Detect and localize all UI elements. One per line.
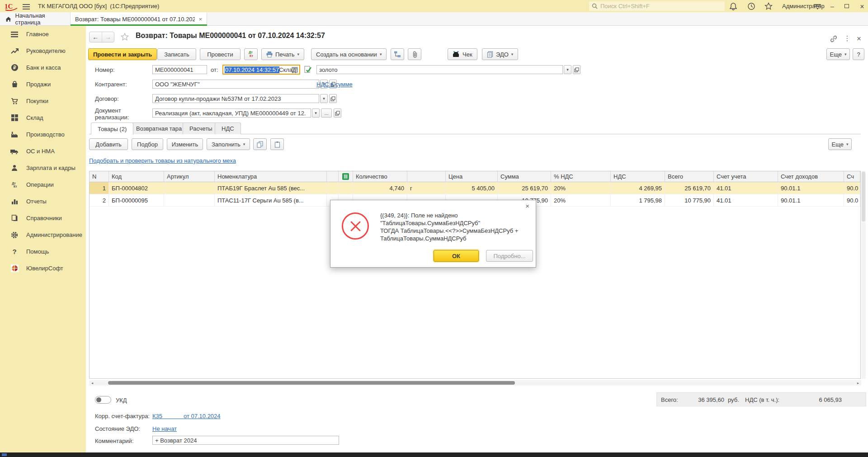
contract-field[interactable]: Договор купли-продажи №537М от 17.02.202…	[152, 94, 319, 103]
sidebar-item-jewelsoft[interactable]: ЮвелирСофт	[0, 260, 86, 277]
main-sections-icon	[10, 30, 19, 38]
table-more-button[interactable]: Еще▾	[828, 138, 852, 150]
warehouse-open-button[interactable]	[573, 65, 580, 74]
counterparty-field[interactable]: ООО "ЖЕМЧУГ"	[152, 80, 319, 89]
sidebar-item-production[interactable]: Производство	[0, 126, 86, 143]
realization-doc-label: Документ реализации:	[95, 107, 129, 121]
fill-button[interactable]: Заполнить▾	[207, 138, 250, 150]
post-and-close-button[interactable]: Провести и закрыть	[88, 48, 157, 60]
notifications-bell-icon[interactable]	[729, 2, 738, 11]
edo-documents-icon	[487, 51, 493, 58]
global-search-input[interactable]: Поиск Ctrl+Shift+F	[589, 1, 725, 11]
realization-dropdown-button[interactable]: ▾	[312, 108, 320, 118]
get-link-icon[interactable]	[829, 34, 838, 43]
add-row-button[interactable]: Добавить	[89, 138, 128, 150]
hscroll-thumb[interactable]	[108, 381, 515, 385]
sidebar-item-salary-hr[interactable]: Зарплата и кадры	[0, 160, 86, 176]
tab-goods[interactable]: Товары (2)	[91, 122, 133, 135]
main-menu-icon[interactable]	[23, 3, 30, 9]
form-close-icon[interactable]: ×	[854, 34, 863, 43]
number-field[interactable]: МЕ000000041	[152, 65, 207, 74]
comment-field[interactable]: + Возврат 2024	[152, 436, 339, 445]
vat-total-value: 6 065,93	[809, 396, 842, 403]
help-button[interactable]: ?	[853, 48, 864, 60]
realization-open-button[interactable]	[334, 108, 341, 118]
corr-invoice-link[interactable]: К35 от 07.10.2024	[152, 413, 221, 419]
table-row[interactable]: 1 БП-00004802 ПТАБ19Г Браслет Au 585 (ве…	[90, 182, 860, 194]
write-button[interactable]: Записать	[157, 48, 196, 60]
warehouse-field[interactable]: золото	[316, 65, 563, 74]
tab-returnable-packaging[interactable]: Возвратная тара	[129, 122, 189, 134]
sidebar-item-operations[interactable]: Дт КтОперации	[0, 176, 86, 193]
tab-document[interactable]: Возврат: Товары МЕ000000041 от 07.10.202…	[71, 12, 207, 26]
vat-in-sum-link[interactable]: НДС в сумме	[316, 81, 353, 88]
tab-home[interactable]: Начальная страница	[0, 12, 71, 26]
dialog-ok-button[interactable]: ОК	[434, 250, 479, 262]
favorites-star-icon[interactable]	[764, 2, 773, 11]
table-vertical-scrollbar[interactable]	[861, 171, 866, 379]
tab-settlements[interactable]: Расчеты	[183, 122, 219, 134]
create-based-on-button[interactable]: Создать на основании▾	[311, 48, 387, 60]
edo-button[interactable]: ЭДО▾	[482, 48, 518, 60]
sidebar-item-references[interactable]: Справочники	[0, 210, 86, 226]
sidebar-item-os-nma[interactable]: ОС и НМА	[0, 143, 86, 160]
history-nav-group: ← →	[89, 32, 114, 42]
ukd-toggle[interactable]	[95, 396, 111, 404]
add-to-favorites-star-icon[interactable]	[120, 33, 129, 42]
minimize-button[interactable]: –	[828, 3, 836, 10]
table-header-row[interactable]: N Код Артикул Номенклатура Количество Це…	[90, 171, 860, 182]
print-button[interactable]: Печать▾	[261, 48, 304, 60]
set-current-date-button[interactable]	[304, 66, 312, 74]
warehouse-dropdown-button[interactable]: ▾	[564, 65, 571, 74]
tab-vat[interactable]: НДС	[215, 122, 241, 134]
related-documents-button[interactable]	[391, 48, 404, 60]
fur-goods-link[interactable]: Подобрать и проверить товары из натураль…	[89, 157, 236, 164]
sidebar-item-warehouse[interactable]: Склад	[0, 109, 86, 126]
scroll-left-icon[interactable]: ◂	[89, 381, 95, 385]
chevron-down-icon: ▾	[297, 52, 300, 57]
person-icon	[10, 164, 19, 172]
sidebar-item-bank-cash[interactable]: ₽Банк и касса	[0, 59, 86, 76]
edo-state-link[interactable]: Не начат	[152, 425, 177, 432]
trend-chart-icon	[10, 47, 19, 55]
receipt-button[interactable]: Чек	[448, 48, 477, 60]
vscroll-thumb[interactable]	[862, 172, 865, 221]
contract-open-button[interactable]	[329, 94, 337, 103]
toolbar-more-button[interactable]: Еще▾	[826, 48, 850, 60]
nav-forward-button[interactable]: →	[102, 32, 114, 42]
contract-dropdown-button[interactable]: ▾	[320, 94, 328, 103]
table-horizontal-scrollbar[interactable]: ◂ ▸	[89, 380, 861, 386]
dialog-close-icon[interactable]: ×	[525, 202, 529, 210]
history-icon[interactable]	[747, 2, 756, 11]
window-close-button[interactable]: ×	[858, 3, 866, 11]
debit-credit-button[interactable]: Дт Кт	[244, 48, 258, 60]
post-button[interactable]: Провести	[200, 48, 241, 60]
copy-rows-button[interactable]	[253, 138, 267, 150]
marking-icon	[342, 173, 349, 180]
tab-close-icon[interactable]: ×	[198, 16, 202, 23]
maximize-button[interactable]	[844, 4, 849, 8]
sidebar-item-help[interactable]: ?Помощь	[0, 243, 86, 260]
pick-button[interactable]: Подбор	[132, 138, 163, 150]
svg-text:1С: 1С	[5, 3, 13, 10]
dialog-details-button[interactable]: Подробно...	[486, 250, 533, 262]
paste-rows-button[interactable]	[270, 138, 284, 150]
realization-doc-field[interactable]: Реализация (акт, накладная, УПД) МЕ00000…	[152, 108, 311, 118]
edit-button[interactable]: Изменить	[167, 138, 203, 150]
scroll-right-icon[interactable]: ▸	[855, 381, 861, 385]
sidebar-item-main[interactable]: Главное	[0, 26, 86, 42]
realization-select-button[interactable]: ...	[321, 108, 332, 118]
nav-back-button[interactable]: ←	[90, 32, 102, 42]
sidebar-item-reports[interactable]: Отчеты	[0, 193, 86, 210]
sidebar-item-sales[interactable]: Продажи	[0, 76, 86, 93]
sidebar-item-administration[interactable]: Администрирование	[0, 226, 86, 243]
1c-logo-icon: 1С	[4, 1, 19, 11]
more-kebab-icon[interactable]: ⋮	[843, 34, 852, 43]
tab-home-label: Начальная страница	[15, 12, 70, 26]
service-menu-icon[interactable]	[813, 2, 822, 10]
attachments-button[interactable]	[408, 48, 421, 60]
sidebar-item-purchases[interactable]: Покупки	[0, 93, 86, 109]
search-placeholder: Поиск Ctrl+Shift+F	[600, 3, 650, 9]
sidebar-item-manager[interactable]: Руководителю	[0, 42, 86, 59]
currency-label: руб.	[728, 396, 739, 403]
